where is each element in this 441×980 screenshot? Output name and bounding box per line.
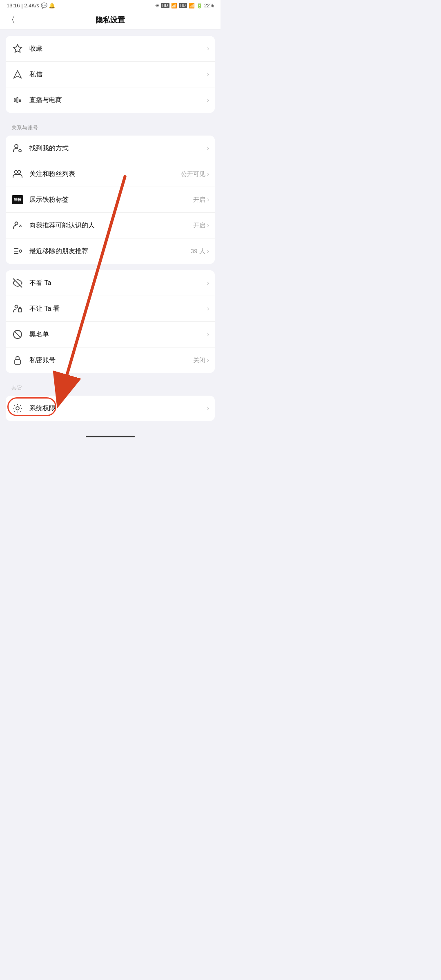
- messages-label: 私信: [29, 70, 207, 79]
- item-follow-list[interactable]: 关注和粉丝列表 公开可见 ›: [6, 161, 215, 187]
- iron-fan-label: 展示铁粉标签: [29, 196, 193, 204]
- messages-icon: [11, 68, 24, 80]
- private-label: 私密账号: [29, 356, 193, 365]
- signal-icon: 📶: [171, 3, 177, 9]
- not-see-arrow: ›: [207, 279, 209, 287]
- svg-point-7: [15, 171, 18, 174]
- bottom-bar: [0, 429, 220, 441]
- favorites-label: 收藏: [29, 45, 207, 53]
- removed-label: 最近移除的朋友推荐: [29, 247, 191, 256]
- section-other: 系统权限 ›: [6, 396, 215, 421]
- live-arrow: ›: [207, 96, 209, 104]
- svg-point-15: [15, 305, 18, 308]
- item-iron-fan[interactable]: 铁粉 展示铁粉标签 开启 ›: [6, 187, 215, 213]
- favorites-icon: [11, 42, 24, 55]
- permissions-label: 系统权限: [29, 404, 207, 413]
- svg-rect-2: [14, 98, 16, 101]
- permissions-arrow: ›: [207, 405, 209, 412]
- hd2-icon: HD: [179, 3, 187, 8]
- section-label-other: 其它: [6, 379, 220, 394]
- svg-point-9: [15, 222, 18, 225]
- svg-rect-16: [18, 309, 22, 312]
- hd-icon: HD: [161, 3, 169, 8]
- follow-list-arrow: ›: [207, 170, 209, 178]
- svg-point-5: [15, 145, 18, 148]
- recommend-value: 开启: [193, 222, 205, 229]
- live-label: 直播与电商: [29, 96, 207, 105]
- page-title: 隐私设置: [7, 15, 214, 25]
- iron-fan-arrow: ›: [207, 196, 209, 203]
- item-permissions[interactable]: 系统权限 ›: [6, 396, 215, 421]
- blacklist-label: 黑名单: [29, 330, 207, 339]
- item-blacklist[interactable]: 黑名单 ›: [6, 322, 215, 347]
- iron-fan-value: 开启: [193, 196, 205, 204]
- recommend-label: 向我推荐可能认识的人: [29, 221, 193, 230]
- svg-point-20: [16, 407, 19, 410]
- follow-list-value: 公开可见: [181, 170, 205, 178]
- bluetooth-icon: ✳: [155, 3, 159, 9]
- svg-line-18: [15, 332, 20, 337]
- item-recommend[interactable]: 向我推荐可能认识的人 开启 ›: [6, 213, 215, 238]
- live-icon: [11, 94, 24, 106]
- item-messages[interactable]: 私信 ›: [6, 62, 215, 87]
- status-time-network: 13:16 | 2.4K/s 💬 🔔: [7, 2, 55, 9]
- battery-percent: 22%: [204, 3, 214, 9]
- blacklist-arrow: ›: [207, 331, 209, 338]
- section-privacy: 不看 Ta › 不让 Ta 看 › 黑名单: [6, 270, 215, 373]
- svg-marker-0: [13, 45, 22, 52]
- svg-marker-1: [14, 71, 21, 78]
- item-removed[interactable]: 最近移除的朋友推荐 39 人 ›: [6, 238, 215, 264]
- find-me-label: 找到我的方式: [29, 144, 207, 153]
- permissions-icon: [11, 402, 24, 414]
- section-label-relations: 关系与账号: [6, 118, 220, 134]
- item-not-see[interactable]: 不看 Ta ›: [6, 270, 215, 296]
- back-button[interactable]: 〈: [7, 14, 16, 26]
- svg-rect-3: [17, 98, 18, 103]
- svg-rect-4: [20, 100, 21, 102]
- iron-fan-icon: 铁粉: [11, 194, 24, 206]
- private-value: 关闭: [193, 356, 205, 364]
- not-see-label: 不看 Ta: [29, 279, 207, 287]
- signal2-icon: 📶: [189, 3, 195, 9]
- header: 〈 隐私设置: [0, 11, 220, 29]
- svg-point-8: [18, 171, 21, 174]
- not-let-see-arrow: ›: [207, 305, 209, 312]
- find-me-arrow: ›: [207, 145, 209, 152]
- removed-arrow: ›: [207, 247, 209, 255]
- item-favorites[interactable]: 收藏 ›: [6, 36, 215, 62]
- home-indicator: [86, 436, 135, 437]
- removed-icon: [11, 245, 24, 257]
- item-not-let-see[interactable]: 不让 Ta 看 ›: [6, 296, 215, 322]
- section-relations: 找到我的方式 › 关注和粉丝列表 公开可见 › 铁粉 展示铁粉标签 开启 ›: [6, 136, 215, 264]
- section-top: 收藏 › 私信 › 直播与电商 ›: [6, 36, 215, 113]
- svg-rect-19: [15, 360, 20, 364]
- status-icons: ✳ HD 📶 HD 📶 🔋 22%: [155, 3, 214, 9]
- not-let-see-label: 不让 Ta 看: [29, 305, 207, 313]
- item-live[interactable]: 直播与电商 ›: [6, 87, 215, 113]
- follow-list-icon: [11, 168, 24, 180]
- follow-list-label: 关注和粉丝列表: [29, 170, 181, 178]
- blacklist-icon: [11, 328, 24, 341]
- recommend-icon: [11, 219, 24, 232]
- battery-icon: 🔋: [196, 3, 203, 9]
- favorites-arrow: ›: [207, 45, 209, 52]
- not-see-icon: [11, 277, 24, 289]
- private-icon: [11, 354, 24, 366]
- find-me-icon: [11, 142, 24, 154]
- recommend-arrow: ›: [207, 222, 209, 229]
- not-let-see-icon: [11, 303, 24, 315]
- removed-value: 39 人: [191, 247, 205, 255]
- item-private[interactable]: 私密账号 关闭 ›: [6, 347, 215, 373]
- messages-arrow: ›: [207, 71, 209, 78]
- svg-point-13: [19, 250, 22, 252]
- private-arrow: ›: [207, 356, 209, 364]
- item-find-me[interactable]: 找到我的方式 ›: [6, 136, 215, 161]
- status-bar: 13:16 | 2.4K/s 💬 🔔 ✳ HD 📶 HD 📶 🔋 22%: [0, 0, 220, 11]
